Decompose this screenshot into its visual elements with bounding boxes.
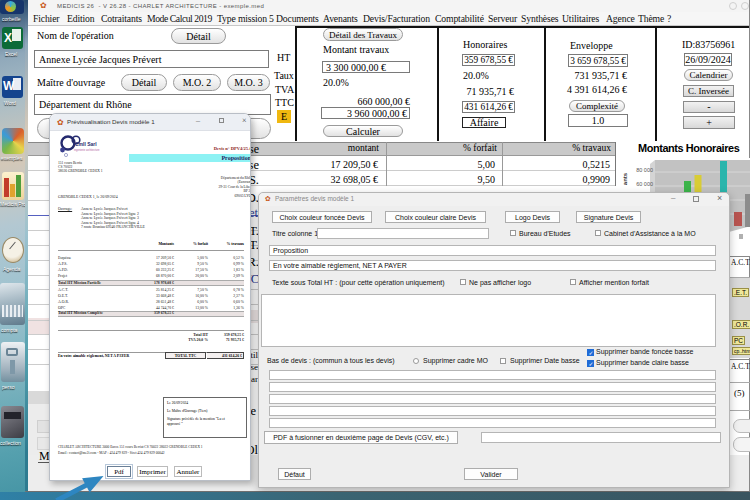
svg-text:ingenierie architecture: ingenierie architecture [74,148,100,152]
svg-text:CmIl Sarl: CmIl Sarl [75,141,97,147]
